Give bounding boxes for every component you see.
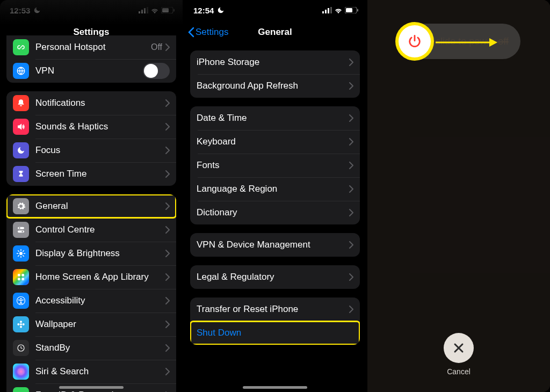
chevron-right-icon	[349, 59, 353, 66]
chevron-right-icon	[349, 273, 353, 281]
chevron-right-icon	[349, 306, 353, 313]
row-label: Home Screen & App Library	[35, 272, 165, 282]
chevron-right-icon	[165, 170, 170, 178]
chevron-right-icon	[349, 162, 353, 169]
siri-icon	[13, 364, 29, 380]
row-vpn[interactable]: VPN	[6, 59, 176, 83]
row-language[interactable]: Language & Region	[190, 177, 360, 201]
moon-icon	[33, 6, 41, 14]
svg-point-22	[17, 323, 19, 325]
svg-rect-13	[18, 274, 20, 277]
switches-icon	[13, 222, 29, 238]
hourglass-icon	[13, 166, 29, 182]
cancel-button[interactable]	[444, 333, 474, 363]
row-shut-down[interactable]: Shut Down	[190, 321, 360, 345]
svg-rect-15	[18, 278, 20, 280]
accessibility-icon	[13, 293, 29, 309]
row-label: Face ID & Passcode	[35, 390, 165, 392]
status-time: 12:53	[10, 6, 30, 15]
row-transfer-reset[interactable]: Transfer or Reset iPhone	[190, 297, 360, 321]
row-label: Personal Hotspot	[35, 42, 151, 53]
battery-icon	[345, 7, 359, 13]
chevron-right-icon	[349, 209, 353, 216]
signal-icon	[139, 7, 148, 13]
row-standby[interactable]: StandBy	[6, 336, 176, 360]
chevron-right-icon	[349, 82, 353, 90]
row-label: Transfer or Reset iPhone	[197, 304, 349, 315]
vpn-toggle[interactable]	[143, 63, 170, 79]
power-knob[interactable]	[399, 25, 431, 57]
row-label: Keyboard	[197, 136, 349, 147]
row-accessibility[interactable]: Accessibility	[6, 289, 176, 313]
close-icon	[452, 342, 465, 354]
chevron-right-icon	[165, 297, 170, 304]
row-keyboard[interactable]: Keyboard	[190, 130, 360, 154]
row-wallpaper[interactable]: Wallpaper	[6, 313, 176, 336]
row-dictionary[interactable]: Dictionary	[190, 201, 360, 224]
home-indicator[interactable]	[59, 386, 124, 389]
row-label: StandBy	[35, 343, 165, 353]
status-time: 12:54	[193, 6, 214, 15]
svg-rect-29	[330, 7, 332, 13]
row-siri[interactable]: Siri & Search	[6, 360, 176, 383]
svg-marker-34	[489, 38, 497, 47]
row-label: Shut Down	[197, 328, 353, 338]
svg-point-18	[20, 298, 22, 300]
svg-point-21	[20, 326, 22, 328]
chevron-right-icon	[349, 138, 353, 146]
status-bar: 12:53	[0, 0, 183, 20]
power-icon	[407, 34, 422, 49]
nav-header: Settings General	[184, 20, 366, 44]
row-homescreen[interactable]: Home Screen & App Library	[6, 265, 176, 289]
row-bg-refresh[interactable]: Background App Refresh	[190, 74, 360, 98]
row-label: Sounds & Haptics	[35, 121, 165, 132]
chevron-right-icon	[165, 273, 170, 281]
chevron-right-icon	[165, 99, 170, 107]
signal-icon	[322, 7, 332, 13]
row-label: Siri & Search	[35, 366, 165, 377]
back-label: Settings	[196, 27, 228, 38]
svg-point-23	[23, 323, 25, 325]
row-personal-hotspot[interactable]: Personal Hotspot Off	[6, 35, 176, 59]
row-iphone-storage[interactable]: iPhone Storage	[190, 50, 360, 74]
chevron-right-icon	[165, 123, 170, 130]
row-fonts[interactable]: Fonts	[190, 154, 360, 177]
chevron-right-icon	[165, 202, 170, 210]
svg-rect-0	[139, 11, 140, 13]
row-label: Control Centre	[35, 224, 165, 235]
chevron-right-icon	[165, 43, 170, 51]
home-indicator[interactable]	[243, 386, 307, 389]
row-label: General	[35, 201, 165, 212]
row-control-centre[interactable]: Control Centre	[6, 218, 176, 242]
clock-icon	[13, 340, 29, 356]
svg-point-20	[20, 321, 22, 323]
row-label: Dictionary	[197, 207, 349, 218]
bell-icon	[13, 95, 29, 111]
row-label: VPN & Device Management	[197, 239, 349, 250]
svg-rect-31	[346, 8, 352, 12]
row-notifications[interactable]: Notifications	[6, 91, 176, 115]
moon-icon	[217, 6, 225, 14]
settings-screen: 12:53 Settings Personal Ho	[0, 0, 183, 392]
row-general[interactable]: General	[6, 194, 176, 218]
globe-icon	[13, 63, 29, 79]
back-button[interactable]: Settings	[188, 27, 228, 38]
row-sounds[interactable]: Sounds & Haptics	[6, 115, 176, 139]
sun-icon	[13, 245, 29, 262]
svg-rect-26	[322, 11, 324, 13]
row-date-time[interactable]: Date & Time	[190, 106, 360, 130]
chevron-right-icon	[165, 226, 170, 234]
row-screentime[interactable]: Screen Time	[6, 162, 176, 186]
hotspot-icon	[13, 39, 29, 55]
row-label: Legal & Regulatory	[197, 272, 349, 282]
row-vpn-mgmt[interactable]: VPN & Device Management	[190, 233, 360, 257]
grid-icon	[13, 269, 29, 285]
row-focus[interactable]: Focus	[6, 139, 176, 162]
svg-point-12	[19, 252, 23, 255]
svg-rect-9	[18, 230, 24, 233]
row-legal[interactable]: Legal & Regulatory	[190, 265, 360, 289]
row-label: Language & Region	[197, 184, 349, 194]
row-label: iPhone Storage	[197, 57, 349, 68]
row-display[interactable]: Display & Brightness	[6, 242, 176, 265]
chevron-right-icon	[165, 368, 170, 375]
